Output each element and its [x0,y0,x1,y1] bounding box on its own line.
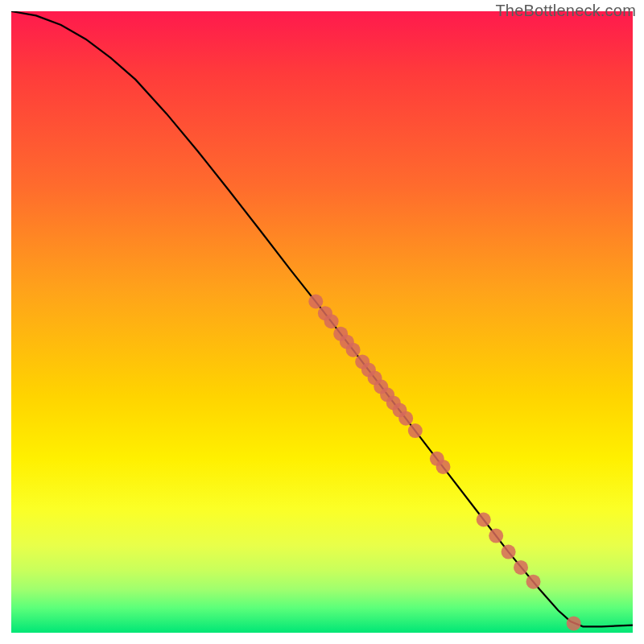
scatter-point [436,460,451,474]
watermark-text: TheBottleneck.com [495,2,636,20]
scatter-point [346,343,361,357]
scatter-point [324,314,339,328]
scatter-point [567,616,581,630]
scatter-markers [308,295,580,631]
scatter-point [398,411,413,426]
scatter-point [477,513,491,527]
scatter-point [308,295,323,309]
scatter-point [526,575,541,589]
chart-container: TheBottleneck.com [0,0,644,644]
scatter-point [408,423,423,438]
scatter-point [514,560,528,575]
scatter-point [502,545,516,559]
chart-overlay-svg [11,11,633,633]
scatter-point [489,529,503,543]
